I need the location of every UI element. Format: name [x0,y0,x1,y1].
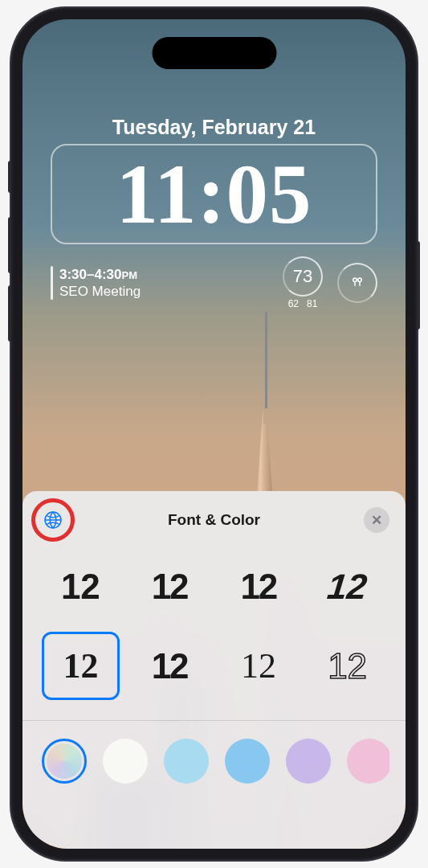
weather-widget[interactable]: 73 6281 [283,256,323,309]
annotation-circle [31,498,75,542]
airpods-icon [350,276,365,290]
phone-frame: Tuesday, February 21 11:05 3:30–4:30PM S… [11,8,417,860]
panel-title: Font & Color [168,511,260,529]
lock-screen-time-box[interactable]: 11:05 [51,144,377,244]
color-swatch-4[interactable] [225,739,270,784]
panel-header: Font & Color ✕ [39,506,389,534]
battery-widget[interactable] [337,263,377,303]
globe-button[interactable] [39,506,67,534]
divider [22,720,406,721]
color-row [39,739,389,784]
dynamic-island [152,37,276,69]
font-option-1[interactable]: 12 [42,552,120,620]
font-option-2[interactable]: 12 [131,552,209,620]
temp-current: 73 [283,256,323,297]
font-option-7[interactable]: 12 [220,632,298,700]
lock-screen-time: 11:05 [116,145,312,243]
color-swatch-2[interactable] [103,739,148,784]
color-swatch-6[interactable] [347,739,389,784]
close-icon: ✕ [371,512,382,529]
event-bar [51,266,53,300]
lock-screen: Tuesday, February 21 11:05 3:30–4:30PM S… [22,19,406,849]
font-option-6[interactable]: 12 [131,632,209,700]
widget-row[interactable]: 3:30–4:30PM SEO Meeting 73 6281 [51,256,377,309]
lock-screen-date[interactable]: Tuesday, February 21 [22,116,406,139]
event-time: 3:30–4:30PM [59,266,141,283]
font-option-8[interactable]: 12 [308,632,386,700]
power-button [417,241,420,330]
side-button [8,161,11,193]
svg-point-0 [353,278,357,282]
close-button[interactable]: ✕ [364,507,389,533]
color-swatch-3[interactable] [164,739,209,784]
color-swatch-5[interactable] [286,739,331,784]
event-title: SEO Meeting [59,283,141,300]
font-option-5[interactable]: 12 [42,632,120,700]
event-text: 3:30–4:30PM SEO Meeting [59,266,141,301]
font-color-panel: Font & Color ✕ 1212121212121212 [22,491,406,849]
font-grid: 1212121212121212 [39,552,389,700]
color-swatch-1[interactable] [42,739,87,784]
calendar-widget[interactable]: 3:30–4:30PM SEO Meeting [51,266,141,301]
font-option-3[interactable]: 12 [220,552,298,620]
font-option-4[interactable]: 12 [305,552,390,620]
svg-point-1 [358,278,362,282]
decor-antenna [265,312,267,408]
temp-range: 6281 [288,298,318,309]
